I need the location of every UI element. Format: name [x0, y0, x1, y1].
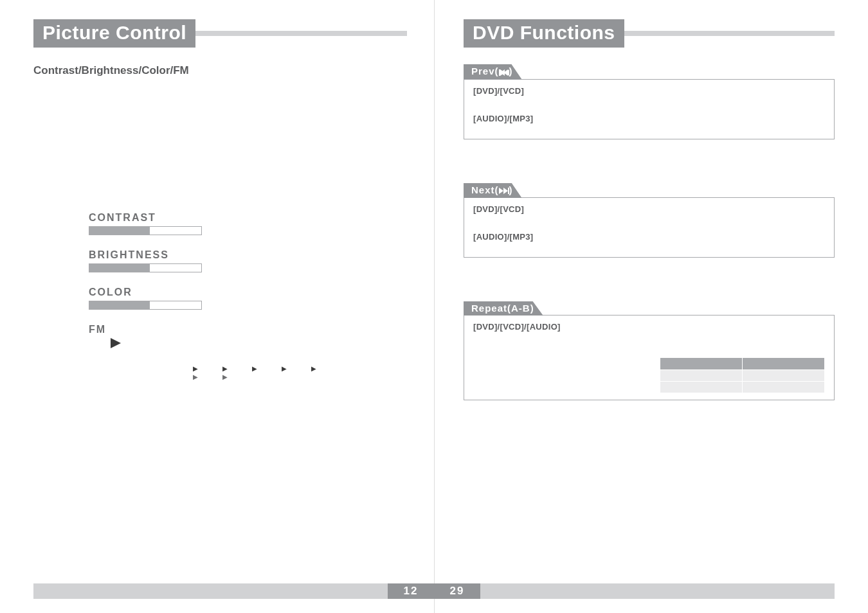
sliders-block: CONTRAST BRIGHTNESS COLOR FM	[89, 212, 407, 380]
triangle-icon: ▶	[193, 365, 198, 372]
page-number-right: 29	[434, 583, 480, 599]
repeat-table	[660, 357, 825, 393]
skip-prev-icon	[499, 67, 509, 78]
subheading: Contrast/Brightness/Color/FM	[33, 64, 407, 77]
title-right: DVD Functions	[464, 19, 624, 48]
page-left: Picture Control Contrast/Brightness/Colo…	[0, 0, 434, 613]
prev-row1: [DVD]/[VCD]	[473, 86, 825, 96]
repeat-body: [DVD]/[VCD]/[AUDIO]	[464, 315, 835, 400]
contrast-fill	[89, 227, 150, 235]
contrast-row: CONTRAST	[89, 212, 407, 235]
title-tail	[624, 31, 835, 36]
prev-tab: Prev()	[464, 64, 522, 80]
next-body: [DVD]/[VCD] [AUDIO]/[MP3]	[464, 197, 835, 258]
color-row: COLOR	[89, 287, 407, 310]
page-right: DVD Functions Prev() [DVD]/[VCD] [AUDIO]…	[434, 0, 868, 613]
close-paren: )	[509, 184, 513, 195]
fm-label: FM	[89, 324, 407, 335]
next-box: Next() [DVD]/[VCD] [AUDIO]/[MP3]	[464, 183, 835, 258]
color-fill	[89, 301, 150, 309]
brightness-slider[interactable]	[89, 263, 202, 272]
table-cell	[743, 370, 825, 382]
triangle-icon: ▶	[311, 365, 316, 372]
color-slider[interactable]	[89, 301, 202, 310]
page-number-left: 12	[388, 583, 434, 599]
prev-box: Prev() [DVD]/[VCD] [AUDIO]/[MP3]	[464, 64, 835, 139]
triangle-icon: ▶	[252, 365, 257, 372]
svg-rect-1	[499, 69, 500, 76]
triangle-icon: ▶	[282, 365, 287, 372]
repeat-row1: [DVD]/[VCD]/[AUDIO]	[473, 322, 825, 332]
contrast-slider[interactable]	[89, 226, 202, 235]
triangle-icon: ▶	[222, 365, 228, 372]
next-row2: [AUDIO]/[MP3]	[473, 232, 825, 242]
brightness-label: BRIGHTNESS	[89, 249, 407, 261]
brightness-row: BRIGHTNESS	[89, 249, 407, 272]
svg-marker-0	[111, 338, 121, 348]
close-paren: )	[509, 66, 513, 76]
footer-left: 12	[0, 583, 434, 599]
contrast-label: CONTRAST	[89, 212, 407, 224]
title-left: Picture Control	[33, 19, 195, 48]
title-bar-right: DVD Functions	[464, 19, 835, 48]
brightness-fill	[89, 264, 150, 272]
table-cell	[743, 358, 825, 370]
title-bar-left: Picture Control	[33, 19, 407, 48]
footer-fill	[33, 583, 388, 599]
next-tab-label: Next(	[471, 184, 499, 195]
play-icon	[111, 338, 407, 351]
prev-body: [DVD]/[VCD] [AUDIO]/[MP3]	[464, 79, 835, 139]
svg-marker-7	[503, 188, 508, 194]
next-tab: Next()	[464, 183, 522, 199]
footer-right: 29	[434, 583, 868, 599]
prev-tab-label: Prev(	[471, 66, 499, 76]
title-tail	[195, 31, 407, 36]
fm-row: FM	[89, 324, 407, 351]
footer-fill	[480, 583, 835, 599]
repeat-box: Repeat(A-B) [DVD]/[VCD]/[AUDIO]	[464, 301, 835, 400]
table-cell	[743, 382, 825, 393]
table-cell	[660, 382, 743, 393]
prev-row2: [AUDIO]/[MP3]	[473, 114, 825, 123]
triangle-icon: ▶	[222, 373, 228, 380]
dots-row-2: ▶ ▶	[193, 373, 407, 380]
table-cell	[660, 358, 743, 370]
svg-marker-6	[499, 188, 503, 194]
dots-row-1: ▶ ▶ ▶ ▶ ▶	[193, 365, 407, 372]
color-label: COLOR	[89, 287, 407, 298]
skip-next-icon	[499, 185, 509, 196]
triangle-icon: ▶	[193, 373, 198, 380]
next-row1: [DVD]/[VCD]	[473, 204, 825, 214]
repeat-tab: Repeat(A-B)	[464, 301, 543, 315]
table-cell	[660, 370, 743, 382]
